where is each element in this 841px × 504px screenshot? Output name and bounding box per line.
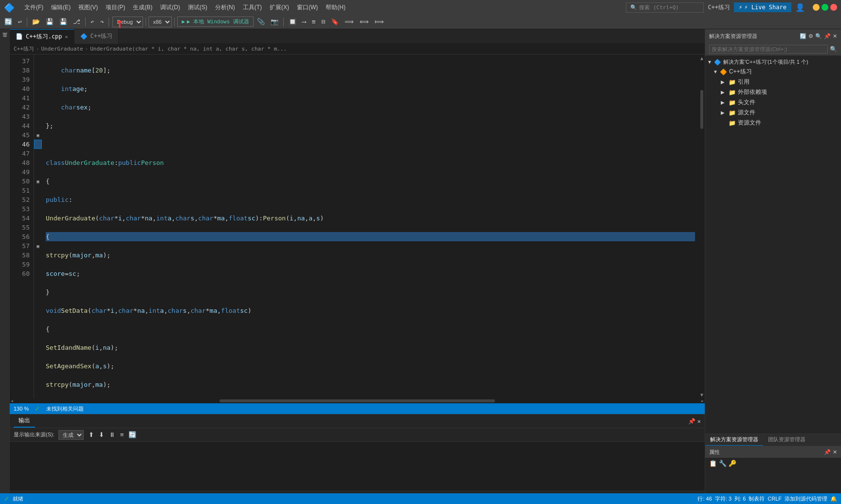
git-button[interactable]: ⎇ bbox=[71, 17, 83, 27]
tree-item-ext-deps[interactable]: ▶ 📁 外部依赖项 bbox=[705, 87, 841, 97]
menu-test[interactable]: 测试(S) bbox=[184, 1, 211, 14]
output-scroll-down[interactable]: ⬇ bbox=[99, 431, 104, 438]
open-button[interactable]: 📂 bbox=[30, 17, 42, 27]
code-line-48: score = sc; bbox=[46, 269, 695, 278]
menu-project[interactable]: 项目(P) bbox=[102, 1, 129, 14]
bc-file[interactable]: C++练习 bbox=[14, 45, 34, 53]
se-sync-icon[interactable]: 🔄 bbox=[800, 33, 806, 39]
se-close-icon[interactable]: ✕ bbox=[833, 33, 837, 39]
step3-button[interactable]: ⟺ bbox=[357, 17, 371, 27]
se-filter-icon[interactable]: ⚙ bbox=[808, 33, 813, 39]
scroll-right-arrow[interactable]: ► bbox=[701, 398, 704, 403]
prop-icon-2[interactable]: 🔧 bbox=[719, 460, 727, 467]
tree-item-headers[interactable]: ▶ 📁 头文件 bbox=[705, 97, 841, 108]
prop-close-icon[interactable]: ✕ bbox=[833, 449, 837, 455]
bookmark-button[interactable]: 🔖 bbox=[329, 17, 341, 27]
prop-icon-3[interactable]: 🔑 bbox=[729, 460, 736, 467]
status-notification[interactable]: 🔔 bbox=[830, 496, 837, 502]
save-button[interactable]: 💾 bbox=[43, 17, 56, 27]
problems-text: 未找到相关问题 bbox=[46, 405, 84, 413]
se-search-icon-btn[interactable]: 🔍 bbox=[815, 33, 822, 39]
undo2-button[interactable]: ↶ bbox=[88, 17, 97, 27]
tree-item-resources[interactable]: 📁 资源文件 bbox=[705, 118, 841, 128]
menu-file[interactable]: 文件(F) bbox=[20, 1, 47, 14]
h-scroll-thumb[interactable] bbox=[219, 399, 494, 402]
output-source-select[interactable]: 生成 bbox=[58, 430, 84, 440]
zoom-level[interactable]: 130 % bbox=[14, 406, 29, 412]
user-avatar[interactable]: 👤 bbox=[795, 3, 805, 12]
step4-button[interactable]: ⟾ bbox=[372, 17, 386, 27]
minimize-button[interactable] bbox=[813, 4, 820, 11]
bc-class[interactable]: UnderGraduate bbox=[41, 46, 83, 52]
status-add-source[interactable]: 添加到源代码管理 bbox=[785, 495, 827, 503]
liveshare-button[interactable]: ⚡ ⚡ Live Share bbox=[734, 2, 791, 12]
menu-window[interactable]: 窗口(W) bbox=[293, 1, 322, 14]
prop-pin-icon[interactable]: 📌 bbox=[824, 449, 831, 455]
resources-label: 资源文件 bbox=[738, 119, 761, 127]
run-button[interactable]: ▶ ▶ 本地 Windows 调试器 bbox=[177, 17, 253, 27]
horizontal-scrollbar[interactable]: ◄ ► bbox=[10, 398, 705, 403]
save-all-button[interactable]: 💾 bbox=[57, 17, 70, 27]
liveshare-icon: ⚡ bbox=[739, 4, 742, 11]
scroll-down-arrow[interactable]: ▼ bbox=[700, 392, 703, 397]
output-scroll-up[interactable]: ⬆ bbox=[89, 431, 94, 438]
ln-38: 38 bbox=[14, 66, 30, 75]
output-clear[interactable]: 🔄 bbox=[128, 431, 136, 438]
scroll-up-arrow[interactable]: ▲ bbox=[700, 55, 703, 61]
output-list-icon[interactable]: ≡ bbox=[120, 431, 124, 438]
maximize-button[interactable] bbox=[822, 4, 828, 11]
editor-vertical-scrollbar[interactable]: ▲ ▼ bbox=[699, 54, 705, 398]
menu-build[interactable]: 生成(B) bbox=[129, 1, 156, 14]
code-editor-content[interactable]: char name[20]; int age; char sex; }; cla… bbox=[42, 54, 699, 398]
toolbar-sep-6 bbox=[283, 18, 284, 26]
output-scrollbar[interactable] bbox=[699, 442, 705, 491]
output-tab-active[interactable]: 输出 bbox=[14, 414, 35, 428]
align-button[interactable]: ≡ bbox=[310, 17, 318, 27]
tree-item-ref[interactable]: ▶ 📁 引用 bbox=[705, 77, 841, 87]
vert-item-2[interactable]: 工具箱 bbox=[0, 37, 9, 45]
undo-button[interactable]: ↩ bbox=[16, 17, 24, 27]
menu-edit[interactable]: 编辑(E) bbox=[47, 1, 74, 14]
se-search-input[interactable] bbox=[709, 45, 828, 54]
bc-method[interactable]: UnderGraduate(char * i, char * na, int a… bbox=[90, 46, 287, 52]
new-project-button[interactable]: 🔄 bbox=[2, 17, 15, 27]
platform-select[interactable]: x86 bbox=[148, 17, 172, 27]
sources-label: 源文件 bbox=[738, 108, 755, 117]
close-button[interactable] bbox=[830, 4, 837, 11]
menu-tools[interactable]: 工具(T) bbox=[239, 1, 266, 14]
menu-help[interactable]: 帮助(H) bbox=[322, 1, 349, 14]
scroll-thumb[interactable] bbox=[700, 90, 703, 129]
tab-cpp-project[interactable]: 🔷 C++练习 bbox=[74, 29, 119, 44]
attach-button[interactable]: 📎 bbox=[255, 17, 267, 27]
se-tab-solution[interactable]: 解决方案资源管理器 bbox=[705, 434, 763, 446]
se-pin-icon[interactable]: 📌 bbox=[824, 33, 831, 39]
breakpoint-button[interactable]: 🔲 bbox=[286, 17, 299, 27]
step-button[interactable]: ⟶ bbox=[300, 17, 309, 27]
menu-view[interactable]: 视图(V) bbox=[74, 1, 102, 14]
camera-button[interactable]: 📷 bbox=[268, 17, 281, 27]
output-close-icon[interactable]: ✕ bbox=[697, 418, 701, 425]
output-pause[interactable]: ⏸ bbox=[109, 431, 115, 438]
output-pin-icon[interactable]: 📌 bbox=[688, 418, 695, 425]
prop-icon-1[interactable]: 📋 bbox=[709, 460, 717, 467]
fold-45[interactable]: ▣ bbox=[34, 130, 42, 140]
menu-debug[interactable]: 调试(D) bbox=[156, 1, 184, 14]
menu-analyze[interactable]: 分析(N) bbox=[211, 1, 239, 14]
fold-50[interactable]: ▣ bbox=[34, 177, 42, 186]
global-search-box[interactable]: 🔍 搜索 (Ctrl+Q) bbox=[626, 2, 704, 13]
step2-button[interactable]: ⟹ bbox=[342, 17, 356, 27]
menu-extensions[interactable]: 扩展(X) bbox=[266, 1, 293, 14]
solution-root[interactable]: ▼ 🔷 解决方案'C++练习'(1个项目/共 1 个) bbox=[705, 57, 841, 67]
se-tab-team[interactable]: 团队资源管理器 bbox=[763, 434, 810, 446]
fold-57[interactable]: ▣ bbox=[34, 241, 42, 251]
tree-item-sources[interactable]: ▶ 📁 源文件 bbox=[705, 108, 841, 118]
redo-button[interactable]: ↷ bbox=[98, 17, 107, 27]
tab-cpp-file[interactable]: 📄 C++练习.cpp ✕ bbox=[10, 29, 74, 44]
left-vertical-bar: 服务器资源管理器 工具箱 bbox=[0, 29, 10, 504]
status-encoding: CRLF bbox=[768, 496, 782, 502]
vert-item-1[interactable]: 服务器资源管理器 bbox=[0, 29, 9, 37]
status-col: 列: 6 bbox=[734, 495, 746, 503]
align2-button[interactable]: ⊟ bbox=[319, 17, 328, 27]
project-root[interactable]: ▼ 🔶 C++练习 bbox=[705, 67, 841, 77]
tab-close-icon[interactable]: ✕ bbox=[65, 34, 68, 39]
